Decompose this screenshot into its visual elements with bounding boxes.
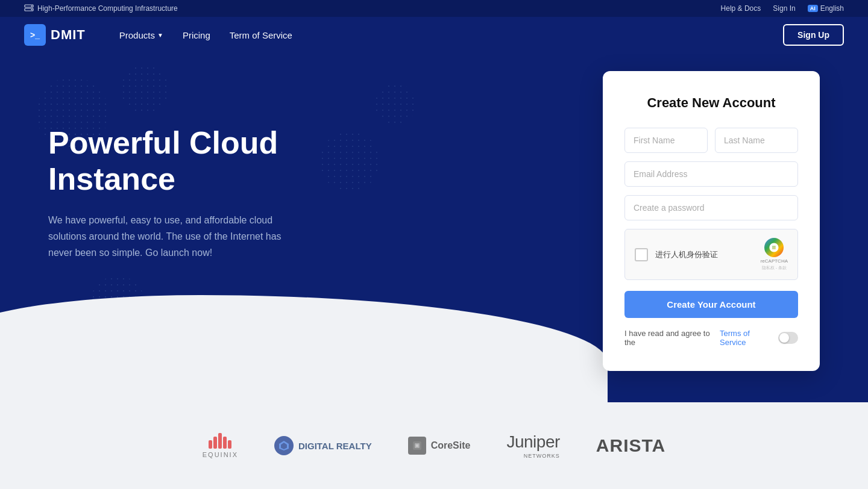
bar-3 <box>218 433 222 449</box>
bar-2 <box>213 437 217 449</box>
recaptcha-text: 进行人机身份验证 <box>655 249 718 260</box>
nav-links: Products ▼ Pricing Term of Service <box>110 25 765 45</box>
digital-realty-icon <box>274 436 294 455</box>
recaptcha-left: 进行人机身份验证 <box>635 248 718 261</box>
create-account-button[interactable]: Create Your Account <box>624 291 798 318</box>
name-row <box>624 128 798 153</box>
tos-link[interactable]: Terms of Service <box>720 329 773 347</box>
equinix-logo-bars <box>209 433 231 449</box>
last-name-input[interactable] <box>715 128 798 153</box>
password-group <box>624 195 798 220</box>
bar-4 <box>223 437 227 449</box>
logo-icon: >_ <box>24 24 46 46</box>
lang-label: English <box>820 4 844 13</box>
form-title: Create New Account <box>624 95 798 111</box>
dot-decoration-4 <box>374 83 416 125</box>
svg-point-2 <box>31 5 33 7</box>
hero-content: Powerful Cloud Instance We have powerful… <box>48 125 326 261</box>
form-card: Create New Account 进行人机身份验证 <box>603 71 820 371</box>
recaptcha-sub: 隐私权 - 条款 <box>762 265 787 271</box>
server-icon <box>24 4 34 13</box>
recaptcha-box: 进行人机身份验证 reCAPTCHA 隐私权 - 条款 <box>624 229 798 280</box>
hero-subtitle: We have powerful, easy to use, and affor… <box>48 212 289 261</box>
language-selector[interactable]: AI English <box>808 4 844 13</box>
recaptcha-checkbox[interactable] <box>635 248 648 261</box>
dot-decoration-2 <box>121 65 169 113</box>
terminal-symbol: >_ <box>30 30 40 40</box>
bar-5 <box>228 440 231 449</box>
hero-section: Powerful Cloud Instance We have powerful… <box>0 53 868 402</box>
help-docs-link[interactable]: Help & Docs <box>721 4 761 13</box>
partner-equinix: EQUINIX <box>203 433 238 458</box>
logo-link[interactable]: >_ DMIT <box>24 24 86 46</box>
top-bar-left: High-Performance Computing Infrastructur… <box>24 4 178 13</box>
signin-link[interactable]: Sign In <box>773 4 795 13</box>
tos-prefix: I have read and agree to the <box>624 329 715 347</box>
coresite-name: CoreSite <box>431 440 471 451</box>
bar-1 <box>209 440 212 449</box>
partners-section: EQUINIX DIGITAL REALTY CoreSite Juniper … <box>0 402 868 489</box>
form-card-wrapper: Create New Account 进行人机身份验证 <box>603 71 820 371</box>
tagline: High-Performance Computing Infrastructur… <box>37 4 178 13</box>
ai-badge: AI <box>808 5 818 12</box>
password-input[interactable] <box>624 195 798 220</box>
equinix-name: EQUINIX <box>203 451 238 458</box>
top-bar-right: Help & Docs Sign In AI English <box>721 4 844 13</box>
partner-digital-realty: DIGITAL REALTY <box>274 436 372 455</box>
first-name-input[interactable] <box>624 128 708 153</box>
nav-right: Sign Up <box>783 24 844 46</box>
nav-pricing[interactable]: Pricing <box>173 25 220 45</box>
coresite-icon <box>408 437 426 455</box>
nav-tos[interactable]: Term of Service <box>220 25 302 45</box>
recaptcha-label: reCAPTCHA <box>761 258 788 264</box>
juniper-name: Juniper <box>506 432 559 452</box>
tos-toggle[interactable] <box>778 332 798 344</box>
partner-juniper: Juniper NETWORKS <box>506 432 559 459</box>
dot-decoration-3 <box>319 131 380 192</box>
signup-button[interactable]: Sign Up <box>783 24 844 46</box>
recaptcha-icon <box>764 238 784 257</box>
chevron-down-icon: ▼ <box>157 32 163 39</box>
email-input[interactable] <box>624 161 798 187</box>
juniper-sub: NETWORKS <box>524 453 560 459</box>
svg-rect-8 <box>416 444 418 447</box>
partner-arista: ARISTA <box>596 435 665 456</box>
tos-row: I have read and agree to the Terms of Se… <box>624 329 798 347</box>
dot-decoration-5 <box>90 276 145 330</box>
logo-text: DMIT <box>51 27 86 43</box>
email-group <box>624 161 798 187</box>
partner-coresite: CoreSite <box>408 437 471 455</box>
hero-title: Powerful Cloud Instance <box>48 125 326 198</box>
digital-realty-name: DIGITAL REALTY <box>298 441 372 451</box>
nav-products[interactable]: Products ▼ <box>110 25 173 45</box>
recaptcha-logo: reCAPTCHA 隐私权 - 条款 <box>761 238 788 271</box>
top-bar: High-Performance Computing Infrastructur… <box>0 0 868 17</box>
arista-name: ARISTA <box>596 435 665 456</box>
svg-point-3 <box>31 9 33 10</box>
navbar: >_ DMIT Products ▼ Pricing Term of Servi… <box>0 17 868 53</box>
